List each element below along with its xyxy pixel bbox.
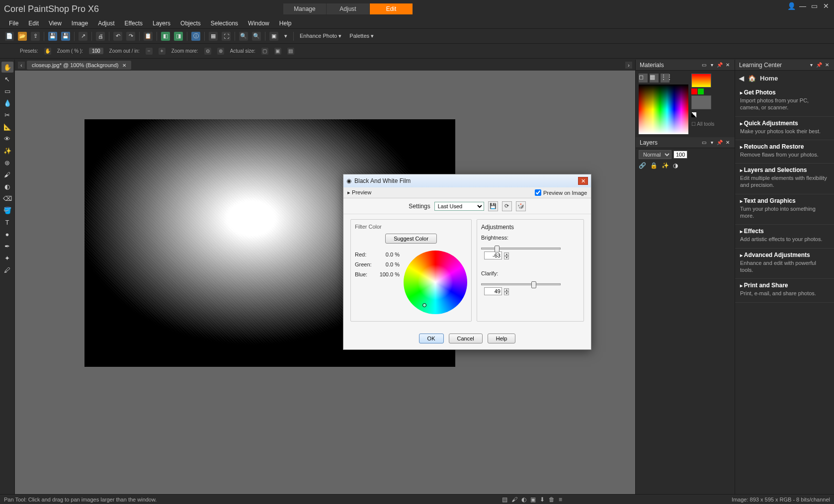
panel-pin-icon[interactable]: ▾: [709, 140, 715, 145]
ok-button[interactable]: OK: [419, 334, 444, 343]
instant-effects-button[interactable]: ▣: [269, 32, 278, 41]
makeover-tool[interactable]: ✨: [1, 145, 13, 156]
enhance-photo-menu[interactable]: Enhance Photo ▾: [298, 33, 343, 39]
document-tab[interactable]: closeup.jpg* @ 100% (Background) ✕: [27, 61, 131, 70]
menu-selections[interactable]: Selections: [207, 19, 242, 28]
actual-size-button[interactable]: ▢: [261, 48, 268, 55]
zoom-out-small-icon[interactable]: −: [146, 48, 153, 55]
menu-help[interactable]: Help: [275, 19, 296, 28]
grid-button[interactable]: ▦: [209, 32, 218, 41]
fill-tool[interactable]: 🪣: [1, 205, 13, 216]
menu-window[interactable]: Window: [244, 19, 273, 28]
palettes-menu[interactable]: Palettes ▾: [347, 33, 376, 39]
panel-pin2-icon[interactable]: 📌: [717, 140, 723, 145]
section-title[interactable]: Retouch and Restore: [740, 143, 829, 150]
tab-manage[interactable]: Manage: [283, 3, 326, 14]
prev-doc-icon[interactable]: ‹: [18, 62, 25, 69]
panel-pin2-icon[interactable]: 📌: [717, 62, 723, 68]
menu-file[interactable]: File: [5, 19, 22, 28]
section-title[interactable]: Get Photos: [740, 89, 829, 96]
paint-brush-tool[interactable]: 🖌: [1, 169, 13, 180]
new-adjustment-icon[interactable]: ◐: [521, 496, 526, 503]
menu-edit[interactable]: Edit: [24, 19, 43, 28]
maximize-icon[interactable]: ▭: [811, 2, 818, 9]
section-title[interactable]: Layers and Selections: [740, 167, 829, 173]
new-button[interactable]: 📄: [5, 32, 14, 41]
new-mask-icon[interactable]: 🖌: [511, 496, 517, 503]
preview-on-image-checkbox[interactable]: Preview on Image: [535, 189, 587, 196]
clarify-thumb[interactable]: [531, 281, 536, 288]
suggest-color-button[interactable]: Suggest Color: [385, 234, 437, 244]
info-icon[interactable]: ⓘ: [191, 32, 200, 41]
menu-effects[interactable]: Effects: [121, 19, 147, 28]
spin-up-icon[interactable]: ▴: [504, 252, 509, 256]
pan-tool[interactable]: ✋: [1, 62, 13, 73]
cancel-button[interactable]: Cancel: [449, 334, 483, 343]
color-wheel-thumb[interactable]: [422, 303, 426, 307]
layer-lock-icon[interactable]: 🔒: [650, 162, 658, 169]
menu-objects[interactable]: Objects: [176, 19, 205, 28]
reset-preset-icon[interactable]: ⟳: [502, 201, 512, 211]
paste-button[interactable]: 📋: [144, 32, 153, 41]
clarify-slider[interactable]: [481, 283, 561, 285]
clarify-input[interactable]: [484, 287, 502, 295]
settings-select[interactable]: Last Used: [434, 202, 484, 211]
swap-colors-icon[interactable]: [691, 112, 696, 117]
save-preset-icon[interactable]: 💾: [488, 201, 498, 211]
tab-edit[interactable]: Edit: [370, 3, 413, 14]
back-icon[interactable]: ◀: [739, 75, 744, 82]
move-tool[interactable]: ↖: [1, 74, 13, 84]
resize-button[interactable]: ◧: [161, 32, 170, 41]
section-title[interactable]: Advanced Adjustments: [740, 252, 829, 258]
menu-image[interactable]: Image: [68, 19, 92, 28]
pen-tool[interactable]: ✒: [1, 241, 13, 252]
next-doc-icon[interactable]: ›: [625, 62, 632, 69]
recent-swatch[interactable]: [698, 88, 704, 94]
close-doc-icon[interactable]: ✕: [122, 63, 126, 68]
erase-tool[interactable]: ⌫: [1, 193, 13, 204]
randomize-icon[interactable]: 🎲: [516, 201, 526, 211]
section-title[interactable]: Text and Graphics: [740, 197, 829, 204]
smart-selection-tool[interactable]: ✦: [1, 252, 13, 263]
layer-link-icon[interactable]: 🔗: [639, 162, 646, 169]
save-all-button[interactable]: 💾: [61, 32, 70, 41]
materials-frame-icon[interactable]: ◻: [639, 74, 648, 83]
merge-icon[interactable]: ⬇: [540, 496, 545, 503]
brightness-slider[interactable]: [481, 248, 561, 250]
fit-button[interactable]: ⛶: [222, 32, 231, 41]
print-button[interactable]: 🖨: [96, 32, 105, 41]
dropper-tool[interactable]: 💧: [1, 97, 13, 108]
new-layer-icon[interactable]: ▤: [502, 496, 507, 503]
selection-tool[interactable]: ▭: [1, 85, 13, 96]
zoom-in-small-icon[interactable]: +: [159, 48, 166, 55]
layer-menu-icon[interactable]: ≡: [559, 496, 562, 503]
undo-button[interactable]: ↶: [113, 32, 122, 41]
close-icon[interactable]: ✕: [823, 2, 830, 9]
tab-adjust[interactable]: Adjust: [327, 3, 369, 14]
fit-window-button[interactable]: ▣: [274, 48, 281, 55]
fit-all-button[interactable]: ▤: [287, 48, 294, 55]
zoom-more-in-icon[interactable]: ⊕: [217, 48, 224, 55]
panel-close-icon[interactable]: ✕: [725, 140, 731, 145]
section-title[interactable]: Effects: [740, 228, 829, 235]
zoom-out-icon[interactable]: 🔍: [239, 32, 248, 41]
clone-tool[interactable]: ⊛: [1, 157, 13, 168]
panel-pin-icon[interactable]: ▾: [709, 62, 715, 68]
preview-toggle[interactable]: ▸ Preview: [347, 189, 371, 196]
menu-layers[interactable]: Layers: [149, 19, 174, 28]
oil-brush-tool[interactable]: 🖊: [1, 264, 13, 275]
materials-rainbow-icon[interactable]: ▦: [650, 74, 659, 83]
share-button[interactable]: ↗: [79, 32, 87, 41]
panel-float-icon[interactable]: ▭: [701, 140, 707, 145]
zoom-in-icon[interactable]: 🔍: [252, 32, 261, 41]
panel-close-icon[interactable]: ✕: [824, 62, 830, 68]
lighten-tool[interactable]: ◐: [1, 181, 13, 192]
text-tool[interactable]: T: [1, 217, 13, 228]
menu-view[interactable]: View: [45, 19, 66, 28]
spin-down-icon[interactable]: ▾: [504, 292, 509, 295]
zoom-more-out-icon[interactable]: ⊖: [204, 48, 211, 55]
panel-float-icon[interactable]: ▭: [701, 62, 707, 68]
brightness-input[interactable]: [484, 252, 502, 259]
layer-opacity[interactable]: 100: [673, 151, 687, 159]
new-group-icon[interactable]: ▣: [530, 496, 536, 503]
